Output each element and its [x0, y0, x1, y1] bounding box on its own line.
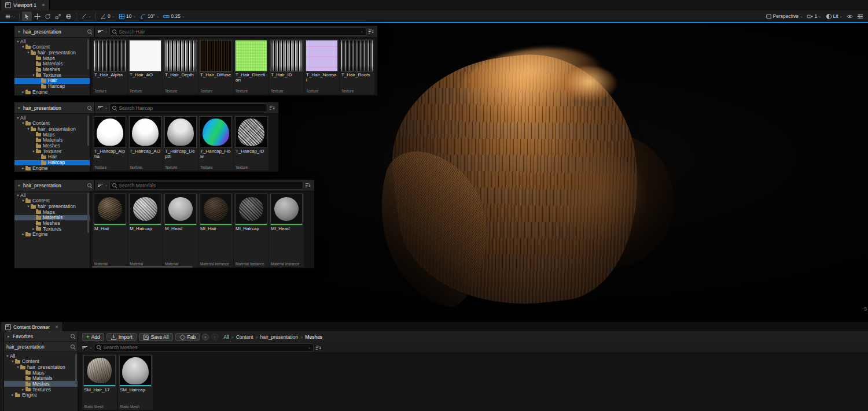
tree-item-engine[interactable]: ▸Engine	[14, 232, 90, 238]
expander-open-icon[interactable]: ▾	[17, 29, 21, 34]
tree-item-hair[interactable]: Hair	[14, 78, 90, 84]
sources-section-header[interactable]: hair_presentation	[4, 342, 78, 352]
show-flags-button[interactable]	[845, 12, 855, 21]
expander-open-icon[interactable]: ▾	[16, 40, 20, 44]
add-button[interactable]: +Add	[82, 333, 104, 341]
select-tool-button[interactable]	[22, 12, 32, 21]
viewport-settings-button[interactable]	[855, 12, 865, 21]
tree-item-materials[interactable]: Materials	[4, 376, 78, 382]
asset-search-box[interactable]	[109, 103, 267, 112]
asset-tile[interactable]: T_Hair_NormalTexture	[304, 39, 339, 94]
tree-item-meshes[interactable]: Meshes	[14, 66, 90, 72]
expander-open-icon[interactable]: ▾	[31, 73, 36, 77]
close-tab-icon[interactable]: ✕	[55, 325, 58, 329]
asset-tile[interactable]: M_HairMaterial	[93, 193, 127, 267]
asset-tile[interactable]: T_Hair_AOTexture	[128, 39, 163, 94]
tree-item-hair-presentation[interactable]: ▾hair_presentation	[14, 50, 90, 55]
search-icon[interactable]	[87, 183, 92, 188]
tree-item-content[interactable]: ▾Content	[14, 45, 90, 50]
tree-item-engine[interactable]: ▸Engine	[4, 393, 78, 398]
tree-item-engine[interactable]: ▸Engine	[14, 165, 90, 171]
camera-speed-button[interactable]: 1⌄	[805, 12, 823, 21]
tree-item-all[interactable]: ▾All	[4, 353, 78, 359]
asset-tile[interactable]: SM_HaircapStatic Mesh	[118, 354, 153, 410]
tree-item-textures[interactable]: ▸Textures	[14, 226, 90, 232]
filter-caret-icon[interactable]: ⌄	[105, 106, 108, 110]
tree-item-maps[interactable]: Maps	[14, 209, 90, 215]
filter-icon[interactable]	[98, 30, 103, 33]
tree-item-haircap[interactable]: Haircap	[14, 84, 90, 90]
tree-item-meshes[interactable]: Meshes	[14, 143, 90, 149]
asset-tile[interactable]: SM_Hair_17Static Mesh	[82, 354, 117, 410]
filter-icon[interactable]	[82, 346, 87, 349]
tree-item-maps[interactable]: Maps	[14, 55, 90, 61]
asset-tile[interactable]: M_HaircapMaterial	[128, 193, 163, 267]
breadcrumb-item[interactable]: All	[223, 334, 229, 340]
tree-item-hair-presentation[interactable]: ▾hair_presentation	[14, 126, 90, 132]
expander-open-icon[interactable]: ▾	[5, 354, 10, 358]
search-icon[interactable]	[71, 345, 75, 349]
asset-tile[interactable]: T_Hair_IDTexture	[269, 39, 304, 94]
expander-closed-icon[interactable]: ▸	[21, 388, 25, 392]
tree-item-all[interactable]: ▾All	[14, 115, 90, 121]
expander-open-icon[interactable]: ▾	[17, 183, 21, 188]
search-icon[interactable]	[87, 106, 92, 110]
tree-item-maps[interactable]: Maps	[4, 370, 78, 376]
tree-item-materials[interactable]: Materials	[14, 138, 90, 143]
expander-open-icon[interactable]: ▾	[21, 45, 25, 49]
rotation-snap-button[interactable]: 10°⌄	[138, 12, 161, 21]
asset-tile[interactable]: T_Hair_DiffuseTexture	[198, 39, 233, 94]
fab-button[interactable]: Fab	[175, 333, 200, 341]
forward-button[interactable]: ›	[211, 334, 218, 340]
expander-closed-icon[interactable]: ▸	[6, 334, 11, 339]
expander-open-icon[interactable]: ▾	[16, 365, 20, 369]
expander-closed-icon[interactable]: ▸	[31, 227, 36, 231]
tree-item-maps[interactable]: Maps	[14, 132, 90, 138]
sources-header[interactable]: ▾ hair_presentation	[14, 102, 95, 113]
asset-tile[interactable]: MI_HeadMaterial Instance	[269, 193, 304, 267]
filter-caret-icon[interactable]: ⌄	[105, 183, 108, 187]
asset-tile[interactable]: T_Haircap_IDTexture	[234, 116, 269, 171]
import-button[interactable]: Import	[106, 333, 137, 341]
tree-item-content[interactable]: ▾Content	[14, 198, 90, 204]
perspective-menu-button[interactable]: Perspective⌄	[764, 12, 805, 21]
asset-tile[interactable]: MI_HairMaterial Instance	[198, 193, 233, 267]
tree-item-hair[interactable]: Hair	[14, 154, 90, 160]
surface-snap-button[interactable]: 0⌄	[98, 12, 116, 21]
asset-tile[interactable]: T_Hair_DepthTexture	[163, 39, 198, 94]
expander-closed-icon[interactable]: ▸	[10, 393, 15, 397]
close-tab-icon[interactable]: ✕	[42, 3, 45, 8]
sort-settings-icon[interactable]	[305, 182, 311, 188]
asset-tile[interactable]: T_Hair_RootsTexture	[340, 39, 374, 94]
expander-open-icon[interactable]: ▾	[26, 127, 31, 131]
tree-item-haircap[interactable]: Haircap	[14, 160, 90, 166]
save-all-button[interactable]: Save All	[139, 333, 173, 341]
rotate-tool-button[interactable]	[43, 12, 53, 21]
sources-header[interactable]: ▾ hair_presentation	[14, 26, 95, 37]
expander-closed-icon[interactable]: ▸	[21, 232, 25, 236]
tree-item-materials[interactable]: Materials	[14, 215, 90, 221]
content-browser-tab[interactable]: Content Browser ✕	[1, 322, 63, 332]
favorites-section-header[interactable]: ▸ Favorites	[4, 331, 78, 342]
expander-open-icon[interactable]: ▾	[21, 199, 25, 203]
asset-search-box[interactable]: ⌄	[94, 343, 314, 352]
expander-open-icon[interactable]: ▾	[26, 205, 31, 209]
search-input[interactable]	[119, 183, 300, 188]
asset-tile[interactable]: T_Haircap_DepthTexture	[163, 116, 198, 171]
expander-open-icon[interactable]: ▾	[17, 106, 21, 110]
expander-open-icon[interactable]: ▾	[31, 150, 36, 154]
filter-icon[interactable]	[98, 106, 103, 109]
breadcrumb-item[interactable]: hair_presentation	[260, 334, 299, 340]
expander-open-icon[interactable]: ▾	[16, 194, 20, 198]
tree-item-textures[interactable]: ▾Textures	[14, 72, 90, 78]
tree-item-meshes[interactable]: Meshes	[4, 381, 78, 387]
world-space-toggle-button[interactable]	[64, 12, 73, 21]
search-icon[interactable]	[71, 334, 75, 339]
sort-settings-icon[interactable]	[368, 28, 374, 35]
expander-open-icon[interactable]: ▾	[10, 360, 15, 364]
tree-item-textures[interactable]: ▾Textures	[14, 149, 90, 154]
scale-snap-button[interactable]: 0.25⌄	[161, 12, 186, 21]
search-input[interactable]	[119, 29, 358, 35]
asset-search-box[interactable]	[109, 181, 303, 190]
asset-tile[interactable]: T_Haircap_AOTexture	[128, 116, 163, 171]
